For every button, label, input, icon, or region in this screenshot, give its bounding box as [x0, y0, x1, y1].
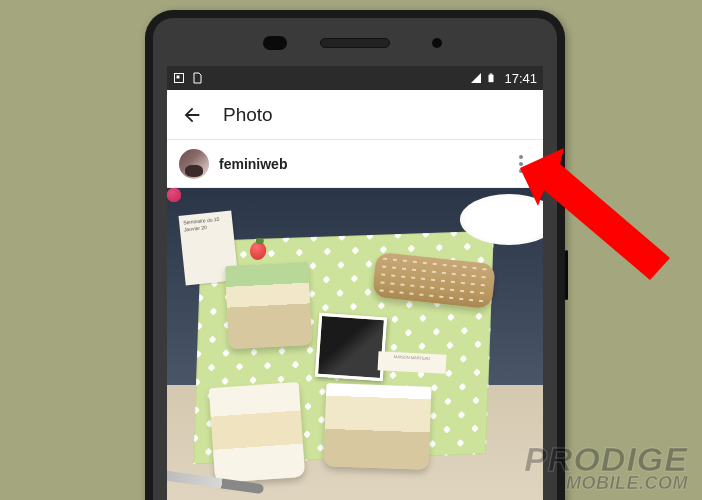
- username[interactable]: feminiweb: [219, 156, 511, 172]
- signal-icon: [470, 72, 482, 84]
- photo-content: Séminaire du 15 Janvier 20 MAISON MARTEA…: [167, 188, 543, 500]
- app-bar: Photo: [167, 90, 543, 140]
- battery-icon: [486, 71, 496, 85]
- post-image[interactable]: Séminaire du 15 Janvier 20 MAISON MARTEA…: [167, 188, 543, 500]
- more-options-button[interactable]: [511, 149, 531, 179]
- back-arrow-icon[interactable]: [181, 104, 203, 126]
- power-button: [565, 250, 568, 300]
- watermark-line1: PRODIGE: [524, 443, 688, 475]
- screenshot-icon: [173, 72, 185, 84]
- watermark: PRODIGE MOBILE.COM: [524, 443, 688, 492]
- phone-frame: 17:41 Photo feminiweb: [145, 10, 565, 500]
- clock: 17:41: [504, 71, 537, 86]
- status-bar: 17:41: [167, 66, 543, 90]
- svg-rect-2: [489, 75, 494, 83]
- svg-rect-1: [177, 76, 180, 79]
- page-title: Photo: [223, 104, 273, 126]
- screen: 17:41 Photo feminiweb: [167, 66, 543, 500]
- bakery-label: MAISON MARTEAU: [377, 352, 446, 375]
- status-left: [173, 72, 203, 84]
- svg-rect-3: [490, 73, 493, 74]
- earpiece-speaker: [320, 38, 390, 48]
- status-right: 17:41: [470, 71, 537, 86]
- phone-body: 17:41 Photo feminiweb: [153, 18, 557, 500]
- post-header: feminiweb: [167, 140, 543, 188]
- proximity-sensor: [263, 36, 287, 50]
- avatar[interactable]: [179, 149, 209, 179]
- sd-card-icon: [191, 72, 203, 84]
- front-camera: [432, 38, 442, 48]
